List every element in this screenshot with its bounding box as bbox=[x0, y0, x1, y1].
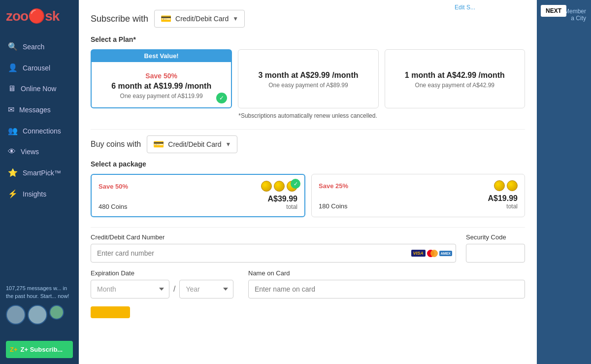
package-save-text: Save 25% bbox=[319, 182, 348, 190]
next-button[interactable]: NEXT bbox=[541, 5, 566, 17]
divider bbox=[91, 227, 525, 228]
package-price-block: A$19.99 total bbox=[488, 194, 518, 210]
subscribe-with-row: Subscribe with 💳 Credit/Debit Card ▼ bbox=[91, 10, 525, 28]
coin-icon bbox=[274, 181, 285, 192]
expiry-label: Expiration Date bbox=[91, 269, 238, 277]
modal-topbar: Edit S... bbox=[455, 4, 475, 11]
sidebar: zoo🔴sk 🔍 Search 👤 Carousel 🖥 Online Now … bbox=[0, 0, 79, 364]
plan-card-3month[interactable]: 3 month at A$29.99 /month One easy payme… bbox=[238, 49, 378, 108]
plan-sub-text: One easy payment of A$119.99 bbox=[120, 93, 203, 99]
name-on-card-input[interactable] bbox=[248, 280, 525, 298]
edit-link[interactable]: Edit S... bbox=[455, 4, 475, 11]
sidebar-footer: Z+ Z+ Subscrib... bbox=[0, 335, 79, 364]
right-background: Member a City NEXT bbox=[537, 0, 591, 364]
bottom-button-area bbox=[91, 305, 525, 318]
coin-icon bbox=[261, 181, 272, 192]
logo-text: zoo bbox=[6, 8, 28, 24]
sidebar-item-label: Search bbox=[23, 43, 44, 51]
year-select[interactable]: Year bbox=[179, 280, 233, 298]
avatar bbox=[28, 305, 47, 325]
plan-card-6month[interactable]: Best Value! Save 50% 6 month at A$19.99 … bbox=[91, 49, 232, 108]
chevron-down-icon: ▼ bbox=[232, 15, 238, 22]
name-on-card-group: Name on Card bbox=[248, 269, 525, 298]
coin-icon bbox=[494, 180, 505, 191]
messages-icon: ✉ bbox=[8, 105, 14, 114]
subscribe-button[interactable]: Z+ Z+ Subscrib... bbox=[6, 341, 73, 358]
payment-method-label: Credit/Debit Card bbox=[175, 15, 229, 23]
sidebar-item-online[interactable]: 🖥 Online Now bbox=[0, 78, 79, 99]
sidebar-item-messages[interactable]: ✉ Messages bbox=[0, 99, 79, 120]
buy-coins-row: Buy coins with 💳 Credit/Debit Card ▼ bbox=[91, 135, 525, 153]
sidebar-item-label: Carousel bbox=[23, 64, 50, 72]
card-icon: 💳 bbox=[153, 139, 164, 150]
carousel-icon: 👤 bbox=[8, 63, 18, 72]
security-code-input[interactable] bbox=[466, 244, 525, 263]
logo-accent: 🔴sk bbox=[28, 8, 59, 24]
sidebar-message: 107,275 messages w... in the past hour. … bbox=[6, 285, 73, 300]
plan-main-text: 3 month at A$29.99 /month bbox=[258, 71, 358, 80]
plan-save-text: Save 50% bbox=[145, 72, 177, 80]
sidebar-item-label: Connections bbox=[23, 127, 61, 135]
select-package-label: Select a package bbox=[91, 160, 525, 168]
packages-row: ✓ Save 50% 480 Coins A$39.99 total bbox=[91, 174, 525, 217]
next-btn-label[interactable]: NEXT bbox=[541, 5, 566, 17]
smartpick-icon: ⭐ bbox=[8, 168, 18, 177]
plan-card-1month[interactable]: 1 month at A$42.99 /month One easy payme… bbox=[385, 49, 525, 108]
package-bottom: 180 Coins A$19.99 total bbox=[319, 194, 518, 210]
amex-icon: AMEX bbox=[439, 251, 452, 256]
plans-row: Best Value! Save 50% 6 month at A$19.99 … bbox=[91, 49, 525, 108]
expiry-slash: / bbox=[173, 285, 175, 294]
sidebar-avatars bbox=[6, 305, 64, 325]
security-code-label: Security Code bbox=[466, 233, 525, 241]
package-card-480[interactable]: ✓ Save 50% 480 Coins A$39.99 total bbox=[91, 174, 305, 217]
payment-method-dropdown[interactable]: 💳 Credit/Debit Card ▼ bbox=[154, 10, 245, 28]
sidebar-nav: 🔍 Search 👤 Carousel 🖥 Online Now ✉ Messa… bbox=[0, 36, 79, 204]
views-icon: 👁 bbox=[8, 147, 16, 156]
package-amount: 180 Coins bbox=[319, 202, 348, 210]
sidebar-item-label: Messages bbox=[19, 106, 51, 114]
sidebar-item-smartpick[interactable]: ⭐ SmartPick™ bbox=[0, 162, 79, 183]
name-on-card-label: Name on Card bbox=[248, 269, 525, 277]
sidebar-item-carousel[interactable]: 👤 Carousel bbox=[0, 57, 79, 78]
package-amount: 480 Coins bbox=[98, 203, 128, 210]
check-badge: ✓ bbox=[216, 93, 227, 103]
card-form-section: Credit/Debit Card Number VISA AMEX Secur… bbox=[91, 233, 525, 298]
online-icon: 🖥 bbox=[8, 84, 16, 93]
month-select[interactable]: Month bbox=[91, 280, 169, 298]
card-number-input[interactable] bbox=[91, 244, 456, 263]
mastercard-icon bbox=[427, 250, 438, 257]
avatar bbox=[49, 305, 64, 320]
package-top: Save 50% bbox=[98, 181, 297, 192]
auto-renew-note: *Subscriptions automatically renew unles… bbox=[91, 112, 525, 119]
visa-icon: VISA bbox=[411, 250, 426, 257]
subscribe-with-label: Subscribe with bbox=[91, 14, 148, 24]
plan-main-text: 1 month at A$42.99 /month bbox=[405, 71, 505, 80]
search-icon: 🔍 bbox=[8, 42, 18, 51]
expiry-name-row: Expiration Date Month / Year Name on Car… bbox=[91, 269, 525, 298]
sidebar-item-label: Insights bbox=[23, 190, 46, 198]
card-number-group: Credit/Debit Card Number VISA AMEX bbox=[91, 233, 456, 263]
coins-payment-dropdown[interactable]: 💳 Credit/Debit Card ▼ bbox=[147, 135, 237, 153]
sidebar-item-connections[interactable]: 👥 Connections bbox=[0, 120, 79, 141]
plan-sub-text: One easy payment of A$89.99 bbox=[268, 82, 348, 89]
package-top: Save 25% bbox=[319, 180, 518, 191]
submit-button[interactable] bbox=[91, 306, 130, 318]
subscribe-label: Z+ Subscrib... bbox=[21, 346, 63, 353]
connections-icon: 👥 bbox=[8, 126, 18, 135]
sidebar-item-insights[interactable]: ⚡ Insights bbox=[0, 183, 79, 204]
expiry-selects: Month / Year bbox=[91, 280, 238, 298]
sidebar-item-views[interactable]: 👁 Views bbox=[0, 141, 79, 162]
avatar bbox=[6, 305, 26, 325]
card-brand-icons: VISA AMEX bbox=[411, 250, 452, 257]
package-card-180[interactable]: Save 25% 180 Coins A$19.99 total bbox=[311, 174, 525, 217]
coins-payment-label: Credit/Debit Card bbox=[168, 140, 221, 148]
sidebar-item-label: SmartPick™ bbox=[23, 169, 61, 177]
sidebar-item-search[interactable]: 🔍 Search bbox=[0, 36, 79, 57]
package-check-badge: ✓ bbox=[291, 179, 300, 189]
plan-sub-text: One easy payment of A$42.99 bbox=[415, 82, 494, 89]
chevron-down-icon: ▼ bbox=[225, 141, 231, 148]
subscribe-icon: Z+ bbox=[10, 346, 18, 353]
sidebar-item-label: Online Now bbox=[21, 85, 56, 93]
card-number-label: Credit/Debit Card Number bbox=[91, 233, 456, 241]
card-icon: 💳 bbox=[161, 13, 171, 24]
